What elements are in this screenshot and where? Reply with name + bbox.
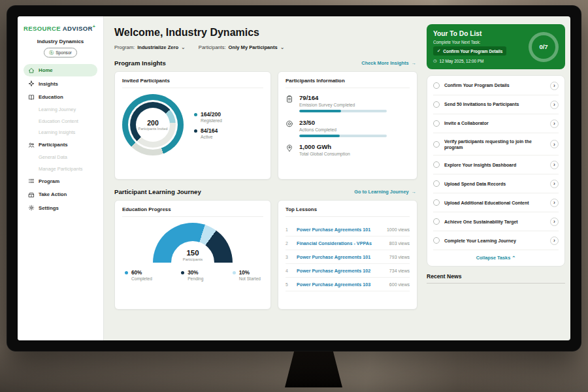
task-checkbox[interactable] [433,141,440,148]
lesson-link[interactable]: Financial Considerations - VPPAs [297,240,384,246]
legend-dot [194,113,197,116]
sidebar-item[interactable]: Learning Insights [24,127,97,138]
sidebar-item[interactable]: General Data [24,152,97,163]
education-icon [28,94,35,101]
invited-donut-center: 200 Participants Invited [136,108,170,142]
section-title-program-insights: Program Insights [114,59,166,67]
task-checkbox[interactable] [433,101,440,108]
insights-icon [28,80,35,87]
chevron-right-icon: › [553,180,555,187]
sidebar-item[interactable]: Settings [24,202,97,214]
sponsor-badge: Ⓢ Sponsor [44,48,77,57]
lesson-views: 793 views [389,255,410,259]
task-chevron-button[interactable]: › [550,120,559,128]
target-icon [286,120,293,128]
sponsor-badge-label: Sponsor [56,50,72,55]
chevron-right-icon: › [553,199,555,206]
filter-value: Industrialize Zero [137,44,178,50]
lesson-rank: 3 [286,255,291,259]
lesson-link[interactable]: Power Purchase Agreements 101 [297,227,381,233]
task-checkbox[interactable] [433,180,440,187]
legend-item: 30% Pending [181,270,203,281]
todo-progress-value: 0/7 [539,43,547,50]
todo-task-list: Confirm Your Program Details › Send 50 I… [433,76,559,250]
chevron-right-icon: › [553,237,555,244]
task-checkbox[interactable] [433,120,440,127]
task-checkbox[interactable] [433,237,440,244]
invited-donut-chart: 200 Participants Invited [122,94,184,155]
app-logo: RESOURCE ADVISOR+ [24,24,97,32]
lesson-rank: 5 [286,282,291,287]
task-chevron-button[interactable]: › [550,82,559,90]
go-to-learning-journey-link[interactable]: Go to Learning Journey → [354,189,416,195]
lessons-list: 1 Power Purchase Agreements 101 1000 vie… [286,223,410,291]
stat-row: 79/164 Emission Survey Completed [286,94,410,112]
education-progress-card: Education Progress 150 Participants [114,200,271,310]
filter-dropdown[interactable]: Program: Industrialize Zero ⌄ [114,44,186,50]
legend-item: 164/200 Registered [194,111,222,123]
invited-legend: 164/200 Registered 84/164 Active [194,106,222,144]
sidebar-item[interactable]: Participants [24,139,97,151]
task-chevron-button[interactable]: › [550,140,559,148]
sidebar-item[interactable]: Insights [24,78,97,90]
check-more-insights-link[interactable]: Check More Insights → [361,60,416,66]
task-chevron-button[interactable]: › [550,161,559,169]
legend-item: 60% Completed [125,270,152,281]
lesson-rank: 1 [286,227,291,232]
todo-progress-ring: 0/7 [529,32,559,62]
legend-dot [194,129,197,133]
legend-dot [233,271,236,274]
task-checkbox[interactable] [433,161,440,168]
next-task-pill[interactable]: ✓ Confirm Your Program Details [433,46,506,56]
chevron-up-icon: ⌃ [512,255,515,261]
gauge-center: 150 Participants [153,249,233,263]
task-row[interactable]: Send 50 Invitations to Participants › [433,95,559,114]
task-row[interactable]: Achieve One Sustainability Target › [433,212,559,231]
task-row[interactable]: Verify participants requesting to join t… [433,133,559,155]
task-row[interactable]: Complete Your Learning Journey › [433,231,559,250]
sidebar-item[interactable]: Manage Participants [24,163,97,174]
filter-value: Only My Participants [229,44,278,50]
lesson-row: 3 Power Purchase Agreements 101 793 view… [286,250,410,264]
sidebar: RESOURCE ADVISOR+ Industry Dynamics Ⓢ Sp… [18,16,104,340]
sidebar-nav: Home Insights Education Learning Journey… [24,64,97,214]
lesson-rank: 2 [286,241,291,246]
sidebar-item[interactable]: Program [24,175,97,188]
collapse-tasks-link[interactable]: Collapse Tasks ⌃ [433,250,559,264]
lesson-rank: 4 [286,269,291,273]
lesson-link[interactable]: Power Purchase Agreements 102 [297,268,384,274]
dashboard-screen: RESOURCE ADVISOR+ Industry Dynamics Ⓢ Sp… [18,16,570,340]
legend-item: 84/164 Active [194,127,222,139]
task-row[interactable]: Invite a Collaborator › [433,114,559,133]
task-row[interactable]: Confirm Your Program Details › [433,76,559,95]
task-row[interactable]: Upload Spend Data Records › [433,174,559,193]
task-chevron-button[interactable]: › [550,218,559,226]
settings-icon [28,204,35,211]
lesson-views: 600 views [389,282,410,287]
lesson-link[interactable]: Power Purchase Agreements 101 [297,254,384,260]
sidebar-item[interactable]: Home [24,64,97,76]
task-chevron-button[interactable]: › [550,199,559,207]
task-chevron-button[interactable]: › [550,237,559,245]
filter-dropdown[interactable]: Participants: Only My Participants ⌄ [199,44,285,50]
card-title: Education Progress [122,206,263,217]
task-row[interactable]: Explore Your Insights Dashboard › [433,155,559,174]
section-title-learning-journey: Participant Learning Journey [114,188,201,195]
task-checkbox[interactable] [433,199,440,206]
task-row[interactable]: Upload Additional Educational Content › [433,193,559,212]
task-chevron-button[interactable]: › [550,180,559,188]
sidebar-item[interactable]: Education Content [24,116,97,126]
sidebar-item[interactable]: Education [24,91,97,103]
task-chevron-button[interactable]: › [550,101,559,109]
sidebar-item[interactable]: Learning Journey [24,105,97,115]
chevron-down-icon: ⌄ [181,44,186,50]
sidebar-item[interactable]: Take Action [24,188,97,201]
learning-cards-row: Education Progress 150 Participants [114,200,417,310]
participants-information-card: Participants Information 79/164 Emission… [278,71,417,180]
filter-label: Participants: [199,44,226,50]
lesson-link[interactable]: Power Purchase Agreements 103 [297,282,384,287]
task-checkbox[interactable] [433,82,440,89]
task-checkbox[interactable] [433,218,440,225]
brand-plus: + [93,24,96,29]
monitor-stand [285,351,342,387]
